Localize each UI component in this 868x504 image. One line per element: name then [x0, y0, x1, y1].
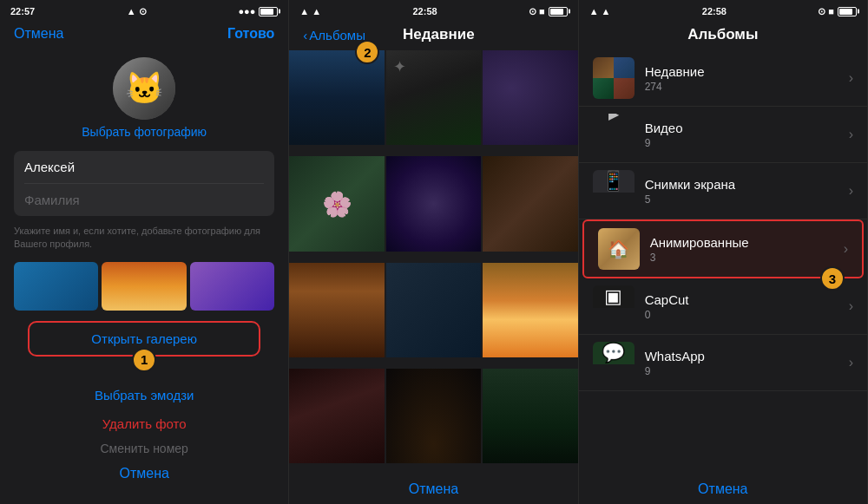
panel-profile: 22:57 ▲ ⊙ ●●● Отмена Готово Выбрать фото…: [0, 0, 289, 504]
album-list: Недавние 274 › Видео 9 › Снимки экрана 5: [579, 50, 867, 473]
album-name-recent: Недавние: [645, 64, 842, 79]
photo-cell-10[interactable]: [289, 369, 384, 463]
cancel-bottom-button[interactable]: Отмена: [0, 461, 288, 488]
avatar[interactable]: [113, 57, 175, 120]
album-count-screenshots: 5: [645, 193, 842, 206]
album-chevron-capcut: ›: [849, 298, 853, 314]
status-bar-1: 22:57 ▲ ⊙ ●●●: [0, 0, 288, 21]
photo-grid: [289, 50, 577, 473]
battery-icon-3: [838, 7, 857, 16]
recent-t4: [614, 78, 635, 99]
avatar-image: [113, 57, 175, 120]
album-count-recent: 274: [645, 81, 842, 93]
photo-cell-2[interactable]: [386, 50, 481, 145]
picker-cancel-button[interactable]: Отмена: [289, 473, 577, 504]
album-thumb-recent: [593, 57, 635, 99]
thumb-3: [190, 262, 274, 311]
thumb-2: [102, 262, 186, 311]
recent-t2: [614, 57, 635, 78]
name-input[interactable]: [14, 151, 274, 183]
photo-cell-8[interactable]: [386, 263, 481, 357]
photo-cell-11[interactable]: [386, 369, 481, 463]
surname-input[interactable]: [14, 184, 274, 216]
delete-photo-link[interactable]: Удалить фото: [14, 413, 274, 435]
step-badge-3: 3: [820, 266, 845, 291]
wifi-icon: ▲ ⊙: [127, 6, 147, 16]
done-button-1[interactable]: Готово: [227, 26, 274, 42]
signal-3: ⊙ ■: [818, 6, 834, 17]
status-bar-3: ▲ ▲ 22:58 ⊙ ■: [579, 0, 867, 21]
album-item-animated[interactable]: 🏠 Анимированные 3 › 3: [582, 219, 864, 278]
avatar-area: Выбрать фотографию: [0, 49, 288, 144]
photo-cell-9[interactable]: [483, 263, 577, 357]
status-time-2: 22:58: [412, 6, 437, 16]
albums-title: Альбомы: [687, 26, 758, 43]
album-chevron-video: ›: [849, 127, 853, 142]
signal-2: ⊙ ■: [529, 6, 545, 17]
panel-albums: ▲ ▲ 22:58 ⊙ ■ Альбомы Недавние 274: [579, 0, 868, 504]
album-info-screenshots: Снимки экрана 5: [645, 177, 842, 206]
status-right-1: ●●●: [238, 6, 278, 16]
status-left-3: ▲ ▲: [589, 6, 611, 16]
status-time-3: 22:58: [702, 6, 727, 16]
album-name-video: Видео: [645, 121, 842, 135]
albums-cancel-button[interactable]: Отмена: [579, 473, 867, 504]
back-chevron-icon: ‹: [303, 28, 307, 43]
cancel-button-1[interactable]: Отмена: [14, 26, 63, 42]
album-name-animated: Анимированные: [650, 235, 837, 250]
album-name-capcut: CapCut: [645, 292, 842, 307]
album-chevron-whatsapp: ›: [849, 355, 853, 370]
album-thumb-screenshots: [593, 170, 635, 212]
album-info-video: Видео 9: [645, 121, 842, 149]
status-left-2: ▲ ▲: [299, 6, 321, 16]
anim-thumb: 🏠: [598, 228, 640, 270]
battery-icon-2: [549, 7, 568, 16]
photo-cell-6[interactable]: [483, 156, 577, 251]
name-input-row: [14, 151, 274, 216]
photo-cell-5[interactable]: [386, 156, 481, 251]
status-time-1: 22:57: [10, 6, 35, 16]
photo-cell-12[interactable]: [483, 369, 577, 463]
status-wifi-1: ▲ ⊙: [127, 6, 147, 17]
albums-back-label: Альбомы: [309, 28, 365, 43]
photo-cell-3[interactable]: [483, 50, 577, 145]
screen-thumb: [593, 170, 635, 193]
album-chevron-recent: ›: [849, 70, 853, 86]
album-name-whatsapp: WhatsApp: [645, 349, 842, 363]
picker-title: Недавние: [403, 26, 475, 43]
album-thumb-video: [593, 114, 635, 155]
album-item-whatsapp[interactable]: WhatsApp 9 ›: [579, 335, 867, 391]
change-number-link[interactable]: Сменить номер: [0, 436, 288, 461]
recent-thumb-grid: [593, 57, 635, 99]
profile-form: Укажите имя и, если хотите, добавьте фот…: [0, 151, 288, 259]
battery-icon-1: [259, 7, 278, 16]
recent-t1: [593, 57, 614, 78]
nav-bar-2: ‹ Альбомы Недавние 2: [289, 21, 577, 50]
album-chevron-screenshots: ›: [849, 183, 853, 199]
status-right-3: ⊙ ■: [818, 6, 857, 17]
status-right-2: ⊙ ■: [529, 6, 568, 17]
album-item-screenshots[interactable]: Снимки экрана 5 ›: [579, 163, 867, 219]
album-name-screenshots: Снимки экрана: [645, 177, 842, 192]
photo-cell-1[interactable]: [289, 50, 384, 145]
album-item-video[interactable]: Видео 9 ›: [579, 107, 867, 163]
album-count-capcut: 0: [645, 309, 842, 321]
nav-bar-3: Альбомы: [579, 21, 867, 50]
albums-back-button[interactable]: ‹ Альбомы: [303, 28, 365, 43]
album-thumb-animated: 🏠: [598, 228, 640, 270]
album-info-whatsapp: WhatsApp 9: [645, 349, 842, 377]
photo-cell-7[interactable]: [289, 263, 384, 357]
whatsapp-thumb: [593, 342, 635, 364]
album-item-recent[interactable]: Недавние 274 ›: [579, 50, 867, 107]
choose-photo-link[interactable]: Выбрать фотографию: [82, 125, 207, 139]
album-count-whatsapp: 9: [645, 365, 842, 377]
album-info-animated: Анимированные 3: [650, 235, 837, 264]
album-info-capcut: CapCut 0: [645, 292, 842, 321]
choose-emoji-link[interactable]: Выбрать эмодзи: [14, 383, 274, 408]
album-count-animated: 3: [650, 252, 837, 264]
nav-bar-1: Отмена Готово: [0, 21, 288, 49]
album-chevron-animated: ›: [844, 241, 848, 257]
photo-cell-4[interactable]: [289, 156, 384, 251]
album-count-video: 9: [645, 137, 842, 149]
album-info-recent: Недавние 274: [645, 64, 842, 93]
